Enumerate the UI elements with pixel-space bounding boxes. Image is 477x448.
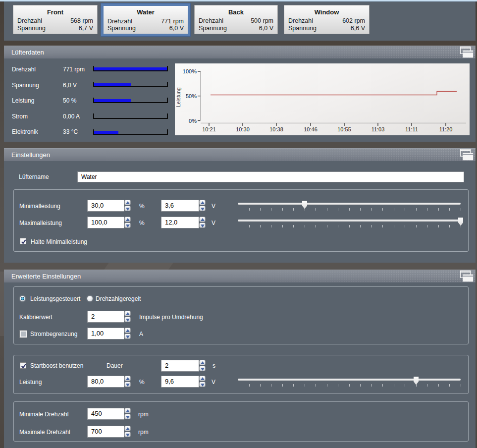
- svg-text:10:30: 10:30: [236, 126, 250, 132]
- svg-text:10:38: 10:38: [269, 126, 283, 132]
- svg-text:100%: 100%: [183, 68, 197, 74]
- svg-text:50%: 50%: [186, 93, 197, 99]
- svg-text:10:55: 10:55: [337, 126, 351, 132]
- svg-text:11:03: 11:03: [371, 126, 385, 132]
- svg-text:0%: 0%: [189, 118, 197, 124]
- svg-text:10:21: 10:21: [202, 126, 216, 132]
- svg-text:Leistung: Leistung: [175, 87, 181, 107]
- svg-text:10:46: 10:46: [304, 126, 318, 132]
- svg-text:11:11: 11:11: [405, 126, 418, 132]
- svg-text:11:20: 11:20: [439, 126, 453, 132]
